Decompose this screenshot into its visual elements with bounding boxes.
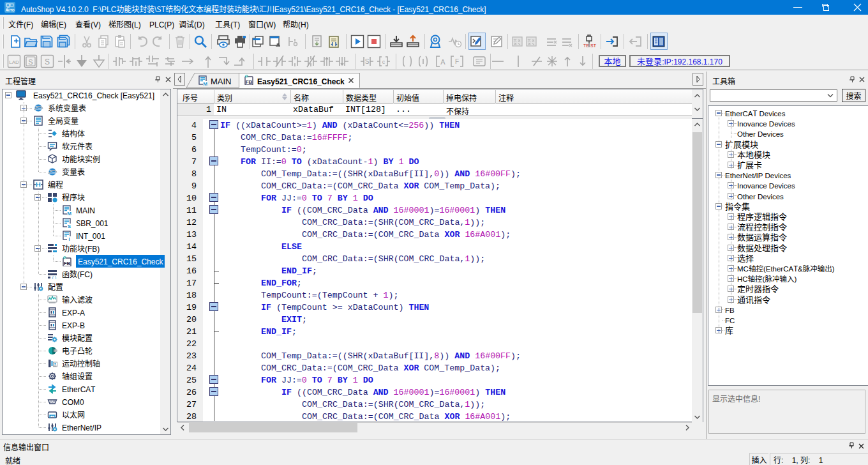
svg-text:LAD: LAD [9, 59, 19, 65]
svg-text:M: M [203, 81, 207, 86]
svg-text:S: S [45, 57, 50, 66]
svg-text:$: $ [246, 75, 248, 79]
svg-text:S: S [28, 58, 33, 66]
svg-text:AUTO: AUTO [5, 8, 14, 12]
svg-text:c: c [382, 59, 385, 65]
svg-text:TE: TE [583, 43, 589, 48]
svg-text:FB: FB [246, 79, 253, 85]
svg-text:ST: ST [590, 43, 597, 48]
svg-text:A: A [440, 58, 445, 66]
svg-text:F: F [455, 58, 459, 65]
svg-text:S: S [365, 58, 370, 65]
